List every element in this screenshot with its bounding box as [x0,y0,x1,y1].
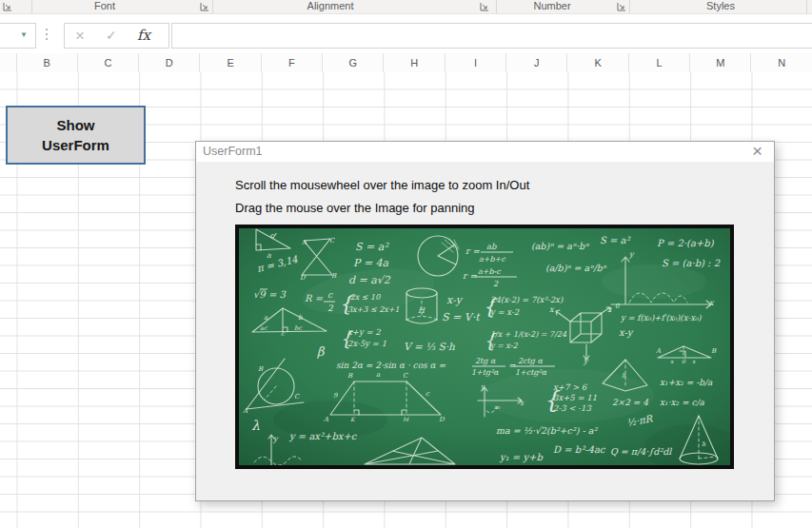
chalk-formula: 2x-5y = 1 [347,339,386,348]
chalk-formula: V = ⅓ S·h [404,341,455,352]
chalk-formula: b [298,314,303,322]
chalk-formula: x-y [619,327,634,339]
show-userform-button[interactable]: Show UserForm [6,106,146,165]
chalk-formula: x+7 > 6 [553,382,588,392]
chalk-formula: B [711,347,717,355]
ribbon-group-number: Number [533,0,570,13]
chalk-formula: S = a² [355,241,389,253]
chalk-formula: P = 4a [353,257,389,269]
userform-image[interactable]: daπ = 3,14ACDBS = a²P = 4ad = a√2r =aba+… [235,225,734,469]
userform-title: UserForm1 [203,142,263,162]
chalk-formula: S = a² [600,235,632,245]
cancel-icon[interactable]: × [75,25,85,47]
chalk-formula: 2-3 < -13 [553,403,591,413]
chalk-formula: 9 [333,392,338,400]
chalk-formula: y = ax²+bx+c [288,431,358,442]
chalk-formula: -2x ≤ 10 [347,293,381,302]
chalk-formula: C [294,393,300,401]
chalk-formula: y₁ = y+b [499,452,543,463]
chalk-formula: 2×2 = 4 [612,398,648,407]
column-headers: BCDEFGHIJKLMN [0,53,812,73]
chalk-formula: r = [463,271,477,281]
chalk-formula: 3x+3 ≤ 2x+1 [347,305,400,314]
chalk-formula: y = x-2 [489,342,518,350]
formula-bar-buttons: × ✓ fx [64,23,169,49]
chalk-formula: R = [305,293,324,303]
column-header-N[interactable]: N [751,53,812,72]
name-box-dropdown-icon[interactable]: ▼ [20,30,28,40]
dialog-launcher-icon[interactable] [480,2,489,11]
chalk-formula: M [403,416,409,422]
ribbon-separator [629,0,630,13]
chalk-formula: λ [251,418,260,433]
chalk-formula: x+y = 2 [347,327,381,337]
ribbon-separator [31,0,32,13]
chalk-formula: a+b+c [479,255,505,264]
chalk-formula: H [418,306,426,315]
column-header-K[interactable]: K [567,53,628,72]
chalk-formula: d = a√2 [348,274,391,286]
dialog-launcher-icon[interactable] [200,2,209,11]
chalk-formula: B [347,372,353,380]
chalk-formula: B [331,272,337,280]
column-header-E[interactable]: E [200,53,261,72]
dialog-launcher-icon[interactable] [617,2,626,11]
chalk-formula: ma = ½·√2(b²+c²) - a² [496,425,598,436]
column-header-L[interactable]: L [629,53,690,72]
chalk-formula: 2ctg α [518,357,543,365]
chalk-formula: A [323,416,329,423]
dialog-launcher-icon[interactable] [3,2,12,11]
chalk-formula: (ab)ⁿ = aⁿ·bⁿ [531,241,589,251]
column-header-B[interactable]: B [17,53,78,72]
chalk-formula: x₁+x₂ = -b/a [660,378,713,387]
column-header-H[interactable]: H [384,53,445,72]
formula-bar-row: ▼ × ✓ fx [0,14,812,53]
chalk-formula: y = x-2 [489,307,520,317]
ribbon-separator [806,0,807,13]
chalk-formula: r = [465,246,480,256]
chalk-formula: C [329,237,335,244]
userform-dialog: UserForm1 × Scroll the mousewheel over t… [195,141,775,501]
chalk-formula: x₁·x₂ = c/a [660,398,705,407]
chalk-formula: S = (a·b) : 2 [662,258,721,268]
chalk-formula: a [267,251,271,260]
name-box[interactable]: ▼ [0,23,36,49]
formula-bar-drag-handle-icon[interactable] [46,29,48,40]
chalk-formula: 24(x-2) = 7(x²-2x) [490,295,564,304]
chalk-formula: 0 [615,303,620,310]
chalk-formula: P = 2·(a+b) [657,238,715,248]
chalk-formula: A [242,407,248,415]
chalk-formula: bc [294,324,303,332]
enter-icon[interactable]: ✓ [106,25,117,47]
column-header-C[interactable]: C [78,53,139,72]
chalk-formula: A [655,347,662,355]
chalkboard-image: daπ = 3,14ACDBS = a²P = 4ad = a√2r =aba+… [239,228,730,465]
ribbon-strip: Font Alignment Number Styles [0,0,812,14]
chalk-formula: A [301,239,307,246]
userform-titlebar[interactable]: UserForm1 × [196,142,774,162]
ribbon-group-font: Font [94,0,115,13]
chalk-formula: 1+ctg²α [515,368,547,377]
chalk-formula: x₀ [494,403,500,410]
insert-function-icon[interactable]: fx [137,25,150,47]
chalk-formula: 2tg α [475,357,496,365]
chalk-formula: 1+tg²α [471,368,499,377]
column-header-G[interactable]: G [323,53,384,72]
column-header-M[interactable]: M [690,53,751,72]
column-header-D[interactable]: D [139,53,200,72]
formula-bar-input[interactable] [171,23,812,49]
chalk-formula: y = f(x₀)+f′(x₀)(x-x₀) [620,313,702,323]
close-icon[interactable]: × [752,141,762,162]
chalk-formula: √9 = 3 [253,289,286,300]
chalk-formula: sin 2α = 2·sin α · cos α = [336,361,446,370]
column-header-F[interactable]: F [262,53,323,72]
ribbon-separator [496,0,497,13]
chalk-formula: ab [486,242,497,251]
chalk-formula: (a/b)ⁿ = aⁿ/bⁿ [545,263,607,273]
show-userform-button-line2: UserForm [42,135,109,155]
ribbon-separator [212,0,213,13]
column-header-J[interactable]: J [506,53,567,72]
ribbon-group-styles: Styles [706,0,735,13]
column-header-I[interactable]: I [446,53,506,72]
chalk-formula: x-y [446,294,464,306]
